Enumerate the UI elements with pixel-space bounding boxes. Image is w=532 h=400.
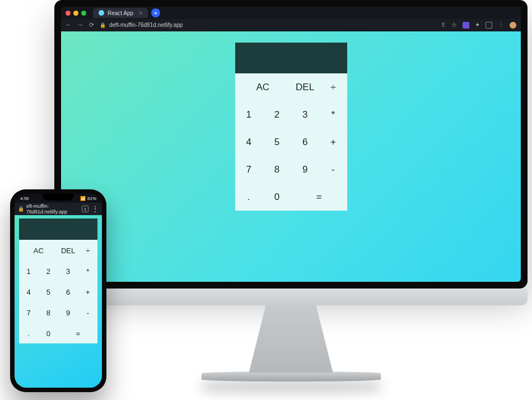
tab-strip: React App × + bbox=[61, 7, 521, 19]
tab-count-button[interactable]: 1 bbox=[82, 206, 88, 212]
calculator-mobile: AC DEL ÷ 1 2 3 * 4 5 6 + 7 8 9 - . 0 bbox=[19, 218, 97, 343]
address-bar[interactable]: 🔒 deft-muffin-76d81d.netlify.app bbox=[100, 22, 435, 28]
back-button[interactable]: ← bbox=[66, 21, 72, 29]
digit-5-button-mobile[interactable]: 5 bbox=[39, 282, 58, 302]
digit-7-button[interactable]: 7 bbox=[235, 156, 263, 183]
digit-8-button-mobile[interactable]: 8 bbox=[39, 303, 58, 323]
monitor-stand-foot bbox=[202, 371, 381, 382]
decimal-button[interactable]: . bbox=[235, 184, 263, 211]
browser-menu-icon[interactable]: ⋮ bbox=[498, 21, 504, 29]
divide-button[interactable]: ÷ bbox=[319, 74, 347, 101]
phone-time: 4:59 bbox=[20, 196, 29, 201]
digit-9-button-mobile[interactable]: 9 bbox=[59, 303, 78, 323]
monitor-screen: React App × + ← → ⟳ 🔒 deft-muff bbox=[61, 7, 521, 282]
reload-button[interactable]: ⟳ bbox=[89, 21, 94, 29]
browser-toolbar: ← → ⟳ 🔒 deft-muffin-76d81d.netlify.app ⇧… bbox=[61, 19, 521, 31]
decimal-button-mobile[interactable]: . bbox=[19, 323, 38, 343]
digit-1-button[interactable]: 1 bbox=[235, 101, 263, 128]
lock-icon: 🔒 bbox=[100, 22, 106, 28]
calculator: AC DEL ÷ 1 2 3 * 4 5 6 + 7 8 9 - . 0 bbox=[235, 43, 347, 211]
multiply-button-mobile[interactable]: * bbox=[78, 261, 97, 281]
digit-2-button-mobile[interactable]: 2 bbox=[39, 261, 58, 281]
browser-chrome: React App × + ← → ⟳ 🔒 deft-muff bbox=[61, 7, 521, 31]
app-viewport-desktop: AC DEL ÷ 1 2 3 * 4 5 6 + 7 8 9 - . 0 bbox=[61, 31, 521, 282]
digit-0-button[interactable]: 0 bbox=[263, 184, 291, 211]
app-viewport-mobile: AC DEL ÷ 1 2 3 * 4 5 6 + 7 8 9 - . 0 bbox=[15, 215, 102, 388]
ac-button-mobile[interactable]: AC bbox=[19, 240, 58, 261]
phone-device: 4:59 📶 81% 🔒 eft-muffin-76d81d.netlify.a… bbox=[10, 189, 106, 392]
del-button-mobile[interactable]: DEL bbox=[59, 240, 78, 261]
add-button-mobile[interactable]: + bbox=[78, 282, 97, 302]
digit-0-button-mobile[interactable]: 0 bbox=[39, 323, 58, 343]
desktop-monitor: React App × + ← → ⟳ 🔒 deft-muff bbox=[54, 0, 528, 398]
digit-3-button[interactable]: 3 bbox=[291, 101, 319, 128]
tab-title: React App bbox=[108, 10, 133, 16]
digit-4-button[interactable]: 4 bbox=[235, 129, 263, 156]
close-window-icon[interactable] bbox=[66, 11, 71, 16]
digit-6-button[interactable]: 6 bbox=[291, 129, 319, 156]
calculator-display bbox=[235, 43, 347, 73]
phone-notch bbox=[43, 194, 74, 201]
plus-icon: + bbox=[154, 10, 157, 16]
new-tab-button[interactable]: + bbox=[151, 8, 160, 17]
del-button[interactable]: DEL bbox=[291, 74, 319, 101]
digit-1-button-mobile[interactable]: 1 bbox=[19, 261, 38, 281]
mobile-url-text: eft-muffin-76d81d.netlify.app bbox=[26, 203, 78, 215]
monitor-chin bbox=[54, 289, 528, 305]
monitor-bezel: React App × + ← → ⟳ 🔒 deft-muff bbox=[54, 0, 528, 289]
digit-9-button[interactable]: 9 bbox=[291, 156, 319, 183]
minimize-window-icon[interactable] bbox=[73, 11, 78, 16]
url-text: deft-muffin-76d81d.netlify.app bbox=[109, 22, 183, 28]
digit-5-button[interactable]: 5 bbox=[263, 129, 291, 156]
digit-7-button-mobile[interactable]: 7 bbox=[19, 303, 38, 323]
share-icon[interactable]: ⇧ bbox=[441, 21, 446, 29]
signal-icon: 📶 bbox=[80, 196, 86, 201]
digit-8-button[interactable]: 8 bbox=[263, 156, 291, 183]
forward-button[interactable]: → bbox=[77, 21, 83, 29]
window-icon[interactable] bbox=[486, 22, 492, 29]
profile-avatar-icon[interactable] bbox=[510, 22, 516, 29]
digit-2-button[interactable]: 2 bbox=[263, 101, 291, 128]
window-controls bbox=[66, 11, 86, 16]
extensions-puzzle-icon[interactable]: ✦ bbox=[475, 21, 480, 29]
digit-4-button-mobile[interactable]: 4 bbox=[19, 282, 38, 302]
mobile-menu-icon[interactable]: ⋮ bbox=[92, 205, 99, 213]
subtract-button-mobile[interactable]: - bbox=[78, 303, 97, 323]
react-favicon-icon bbox=[99, 10, 104, 16]
subtract-button[interactable]: - bbox=[319, 156, 347, 183]
mobile-url-bar[interactable]: 🔒 eft-muffin-76d81d.netlify.app 1 ⋮ bbox=[15, 203, 102, 215]
equals-button-mobile[interactable]: = bbox=[59, 323, 98, 343]
monitor-stand-neck bbox=[249, 305, 333, 373]
bookmark-icon[interactable]: ☆ bbox=[451, 21, 457, 29]
lock-icon: 🔒 bbox=[18, 206, 24, 212]
digit-3-button-mobile[interactable]: 3 bbox=[59, 261, 78, 281]
calculator-display-mobile bbox=[19, 218, 97, 240]
maximize-window-icon[interactable] bbox=[81, 11, 86, 16]
equals-button[interactable]: = bbox=[291, 184, 347, 211]
multiply-button[interactable]: * bbox=[319, 101, 347, 128]
extension-icon[interactable] bbox=[463, 22, 469, 29]
ac-button[interactable]: AC bbox=[235, 74, 291, 101]
tab-close-icon[interactable]: × bbox=[139, 10, 142, 16]
battery-text: 81% bbox=[87, 196, 96, 201]
digit-6-button-mobile[interactable]: 6 bbox=[59, 282, 78, 302]
phone-screen: 4:59 📶 81% 🔒 eft-muffin-76d81d.netlify.a… bbox=[15, 194, 102, 388]
phone-body: 4:59 📶 81% 🔒 eft-muffin-76d81d.netlify.a… bbox=[10, 189, 106, 392]
divide-button-mobile[interactable]: ÷ bbox=[78, 240, 97, 261]
browser-tab[interactable]: React App × bbox=[93, 8, 148, 18]
add-button[interactable]: + bbox=[319, 129, 347, 156]
